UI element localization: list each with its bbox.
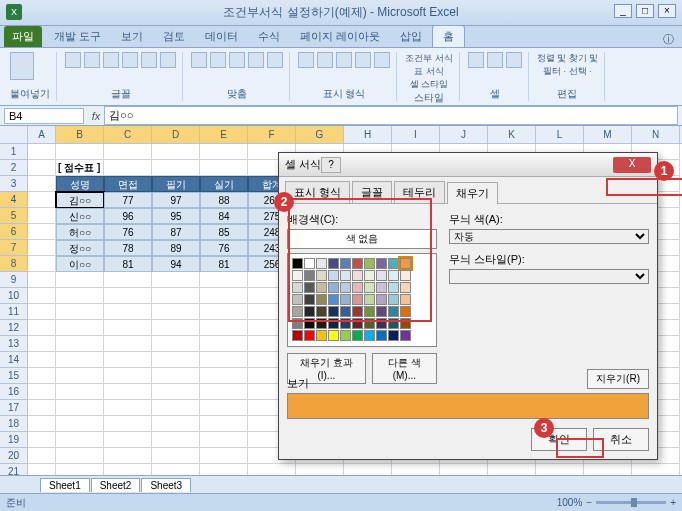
cell-A7[interactable]	[28, 240, 56, 256]
color-swatch[interactable]	[376, 306, 387, 317]
cell-D3[interactable]: 필기	[152, 176, 200, 192]
color-swatch[interactable]	[304, 258, 315, 269]
close-button[interactable]: ×	[658, 4, 676, 18]
cell-D20[interactable]	[152, 448, 200, 464]
color-swatch[interactable]	[304, 282, 315, 293]
color-swatch[interactable]	[400, 282, 411, 293]
cell-E19[interactable]	[200, 432, 248, 448]
cell-C14[interactable]	[104, 352, 152, 368]
row-header-16[interactable]: 16	[0, 384, 28, 400]
color-swatch[interactable]	[388, 318, 399, 329]
cell-A15[interactable]	[28, 368, 56, 384]
cell-C9[interactable]	[104, 272, 152, 288]
cell-A18[interactable]	[28, 416, 56, 432]
cell-E13[interactable]	[200, 336, 248, 352]
cell-A12[interactable]	[28, 320, 56, 336]
color-swatch[interactable]	[292, 306, 303, 317]
underline-icon[interactable]	[103, 52, 119, 68]
sheet-tab-Sheet2[interactable]: Sheet2	[91, 478, 141, 492]
cell-C18[interactable]	[104, 416, 152, 432]
cell-B11[interactable]	[56, 304, 104, 320]
row-header-9[interactable]: 9	[0, 272, 28, 288]
row-header-18[interactable]: 18	[0, 416, 28, 432]
cell-C11[interactable]	[104, 304, 152, 320]
cell-E1[interactable]	[200, 144, 248, 160]
cell-E16[interactable]	[200, 384, 248, 400]
color-swatch[interactable]	[364, 318, 375, 329]
cell-C4[interactable]: 77	[104, 192, 152, 208]
cell-A1[interactable]	[28, 144, 56, 160]
row-header-2[interactable]: 2	[0, 160, 28, 176]
col-header-N[interactable]: N	[632, 126, 680, 143]
color-swatch[interactable]	[400, 258, 411, 269]
color-swatch[interactable]	[388, 294, 399, 305]
cell-D5[interactable]: 95	[152, 208, 200, 224]
color-swatch[interactable]	[388, 282, 399, 293]
cell-E17[interactable]	[200, 400, 248, 416]
color-swatch[interactable]	[328, 270, 339, 281]
formula-input[interactable]: 김○○	[104, 106, 678, 125]
cell-B1[interactable]	[56, 144, 104, 160]
cell-E8[interactable]: 81	[200, 256, 248, 272]
col-header-A[interactable]: A	[28, 126, 56, 143]
ribbon-tab-2[interactable]: 페이지 레이아웃	[290, 26, 390, 47]
color-swatch[interactable]	[364, 282, 375, 293]
cell-A14[interactable]	[28, 352, 56, 368]
cell-C7[interactable]: 78	[104, 240, 152, 256]
row-header-12[interactable]: 12	[0, 320, 28, 336]
cell-E3[interactable]: 실기	[200, 176, 248, 192]
decimal-dec-icon[interactable]	[374, 52, 390, 68]
dialog-tab-3[interactable]: 채우기	[447, 182, 498, 204]
color-swatch[interactable]	[376, 330, 387, 341]
cell-C20[interactable]	[104, 448, 152, 464]
color-swatch[interactable]	[304, 294, 315, 305]
col-header-M[interactable]: M	[584, 126, 632, 143]
ribbon-tab-3[interactable]: 수식	[248, 26, 290, 47]
ribbon-tab-6[interactable]: 보기	[111, 26, 153, 47]
color-swatch[interactable]	[376, 282, 387, 293]
cell-C2[interactable]	[104, 160, 152, 176]
number-format-icon[interactable]	[298, 52, 314, 68]
color-swatch[interactable]	[340, 294, 351, 305]
align-right-icon[interactable]	[229, 52, 245, 68]
cell-E9[interactable]	[200, 272, 248, 288]
dialog-close-button[interactable]: X	[613, 157, 651, 173]
cell-D1[interactable]	[152, 144, 200, 160]
help-icon[interactable]: ⓘ	[663, 32, 674, 47]
cond-format-button[interactable]: 조건부 서식	[405, 52, 453, 65]
color-swatch[interactable]	[376, 258, 387, 269]
cell-B5[interactable]: 신○○	[56, 208, 104, 224]
color-swatch[interactable]	[388, 306, 399, 317]
color-swatch[interactable]	[292, 318, 303, 329]
row-header-14[interactable]: 14	[0, 352, 28, 368]
cell-B4[interactable]: 김○○	[56, 192, 104, 208]
row-header-7[interactable]: 7	[0, 240, 28, 256]
cell-C12[interactable]	[104, 320, 152, 336]
color-swatch[interactable]	[316, 306, 327, 317]
cell-A3[interactable]	[28, 176, 56, 192]
cell-B15[interactable]	[56, 368, 104, 384]
row-header-17[interactable]: 17	[0, 400, 28, 416]
cell-B18[interactable]	[56, 416, 104, 432]
cell-B3[interactable]: 성명	[56, 176, 104, 192]
ribbon-tab-1[interactable]: 삽입	[390, 26, 432, 47]
cell-D6[interactable]: 87	[152, 224, 200, 240]
merge-icon[interactable]	[267, 52, 283, 68]
maximize-button[interactable]: □	[636, 4, 654, 18]
cell-E10[interactable]	[200, 288, 248, 304]
color-swatch[interactable]	[400, 294, 411, 305]
color-swatch[interactable]	[352, 294, 363, 305]
cell-A16[interactable]	[28, 384, 56, 400]
cell-A13[interactable]	[28, 336, 56, 352]
cell-C19[interactable]	[104, 432, 152, 448]
color-swatch[interactable]	[328, 282, 339, 293]
cell-D4[interactable]: 97	[152, 192, 200, 208]
row-header-1[interactable]: 1	[0, 144, 28, 160]
row-header-6[interactable]: 6	[0, 224, 28, 240]
cell-E7[interactable]: 76	[200, 240, 248, 256]
pattern-color-select[interactable]: 자동	[449, 229, 649, 244]
cell-A10[interactable]	[28, 288, 56, 304]
cell-C16[interactable]	[104, 384, 152, 400]
pattern-style-select[interactable]	[449, 269, 649, 284]
color-swatch[interactable]	[364, 330, 375, 341]
